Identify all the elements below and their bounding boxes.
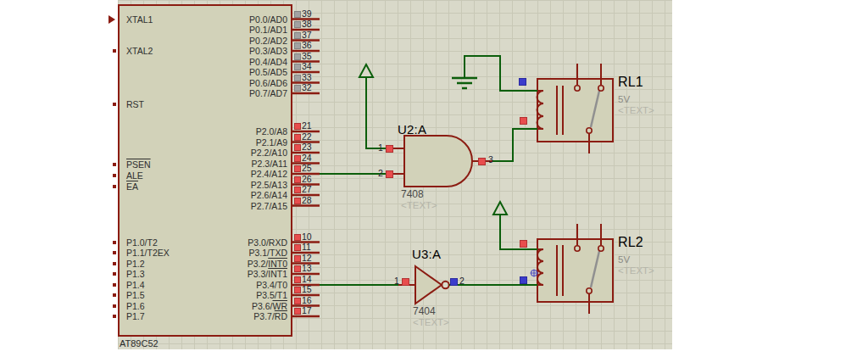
pin-number: 13 bbox=[302, 264, 312, 273]
gate-pin-number: 3 bbox=[488, 155, 493, 165]
pin-number: 12 bbox=[302, 254, 312, 263]
pin-marker[interactable] bbox=[113, 241, 116, 244]
pin-state-indicator bbox=[294, 198, 301, 204]
pin-number: 25 bbox=[302, 164, 312, 173]
wire-ground-to-rl1-coil bbox=[465, 56, 537, 91]
gate-pin-number: 2 bbox=[459, 276, 465, 286]
pin-state-indicator bbox=[294, 85, 301, 92]
chip-pin-name: P3.0/RXD bbox=[248, 237, 287, 248]
gate-u2a-text-placeholder[interactable]: <TEXT> bbox=[401, 200, 437, 210]
pin-marker[interactable] bbox=[113, 262, 116, 265]
chip-pin-name: P3.4/T0 bbox=[256, 280, 287, 290]
chip-pin-name: P0.0/AD0 bbox=[249, 14, 287, 25]
pin-number: 27 bbox=[302, 185, 312, 194]
pin-marker[interactable] bbox=[113, 283, 116, 287]
pin-state-indicator bbox=[294, 176, 301, 183]
pin-state-indicator bbox=[450, 278, 458, 286]
relay-rl2-voltage-label[interactable]: 5V bbox=[618, 254, 630, 265]
pin-marker[interactable] bbox=[113, 251, 116, 254]
pin-marker[interactable] bbox=[113, 185, 116, 188]
power-terminal-1[interactable] bbox=[359, 64, 373, 77]
pin-state-indicator bbox=[294, 308, 301, 315]
gate-u2a-ref-label[interactable]: U2:A bbox=[398, 122, 426, 137]
chip-pin-label-xtal2: XTAL2 bbox=[126, 46, 153, 56]
chip-pin-name: P2.6/A14 bbox=[251, 190, 287, 200]
gate-u3a-part-label[interactable]: 7404 bbox=[413, 305, 436, 317]
chip-part-label: AT89C52 bbox=[120, 338, 159, 349]
pin-state-indicator bbox=[294, 255, 301, 262]
pin-state-indicator bbox=[294, 155, 301, 162]
pin-number: 38 bbox=[302, 20, 312, 29]
pin-number: 34 bbox=[302, 62, 312, 71]
pin-state-indicator bbox=[294, 144, 301, 151]
chip-pin-name: P0.6/AD6 bbox=[249, 78, 287, 88]
pin-number: 39 bbox=[302, 9, 312, 19]
pin-marker[interactable] bbox=[113, 304, 116, 308]
gate-u3a-ref-label[interactable]: U3:A bbox=[412, 247, 441, 261]
chip-pin-name: P2.5/A13 bbox=[251, 180, 287, 190]
chip-pin-label-rst: RST bbox=[126, 99, 144, 109]
pin-number: 10 bbox=[302, 232, 312, 242]
relay-rl2-ref-label[interactable]: RL2 bbox=[618, 235, 643, 250]
pin-state-indicator bbox=[294, 75, 301, 81]
pin-number: 22 bbox=[302, 132, 312, 142]
pin-state-indicator bbox=[294, 53, 301, 60]
pin-state-indicator bbox=[294, 265, 301, 272]
pin-marker[interactable] bbox=[113, 315, 116, 318]
pin-marker[interactable] bbox=[113, 103, 116, 106]
pin-number: 21 bbox=[302, 121, 312, 131]
pin-marker[interactable] bbox=[113, 163, 116, 166]
pin-state-indicator bbox=[294, 298, 301, 304]
pin-number: 24 bbox=[302, 153, 312, 163]
pin-state-indicator bbox=[520, 276, 527, 284]
gate-u3a-text-placeholder[interactable]: <TEXT> bbox=[413, 317, 449, 327]
pin-number: 17 bbox=[302, 306, 312, 315]
wire-and-out-to-rl1-coil bbox=[492, 129, 537, 161]
relay-rl1-voltage-label[interactable]: 5V bbox=[618, 94, 630, 104]
pin-marker[interactable] bbox=[113, 49, 116, 53]
pin-number: 28 bbox=[302, 196, 312, 205]
chip-pin-name: P2.7/A15 bbox=[251, 201, 287, 211]
inverter-bubble bbox=[442, 282, 448, 288]
chip-pin-name: P0.3/AD3 bbox=[249, 46, 287, 56]
pin-state-indicator bbox=[294, 64, 301, 70]
relay-rl1[interactable] bbox=[537, 64, 613, 153]
pin-number: 15 bbox=[302, 285, 312, 294]
pin-state-indicator bbox=[294, 134, 301, 141]
relay-rl2-text-placeholder[interactable]: <TEXT> bbox=[618, 265, 654, 276]
chip-pin-name: P3.3/INT1 bbox=[248, 269, 287, 279]
pin-state-indicator bbox=[294, 234, 301, 241]
and-gate-u2a[interactable] bbox=[390, 136, 492, 187]
pin-number: 36 bbox=[302, 41, 312, 50]
pin-number: 35 bbox=[302, 52, 312, 61]
pin-state-indicator bbox=[294, 276, 301, 283]
relay-rl2[interactable] bbox=[531, 224, 614, 314]
pin-number: 16 bbox=[302, 296, 312, 305]
chip-pin-name: P3.1/TXD bbox=[248, 248, 287, 258]
relay-rl1-ref-label[interactable]: RL1 bbox=[618, 75, 643, 90]
pin-state-indicator bbox=[294, 165, 301, 172]
chip-pin-label-p12: P1.2 bbox=[126, 259, 145, 269]
chip-pin-name: P0.7/AD7 bbox=[249, 88, 287, 98]
pin-state-indicator bbox=[294, 287, 301, 293]
wire-vcc-to-rl2-coil bbox=[500, 215, 537, 249]
chip-pin-label-ale: ALE bbox=[126, 170, 143, 181]
pin-marker[interactable] bbox=[113, 272, 116, 276]
chip-pin-name: P3.2/INT0 bbox=[248, 259, 287, 269]
chip-pin-name: P0.5/AD5 bbox=[249, 67, 287, 77]
chip-pin-label-ea: EA bbox=[126, 181, 138, 192]
pin-marker[interactable] bbox=[113, 174, 116, 177]
xtal1-pin-marker-icon[interactable] bbox=[108, 15, 115, 24]
power-arrow-icon bbox=[493, 202, 507, 215]
pin-state-indicator bbox=[520, 117, 527, 125]
chip-pin-name: P0.4/AD4 bbox=[249, 57, 287, 67]
chip-pin-name: P0.1/AD1 bbox=[249, 25, 287, 35]
pin-state-indicator bbox=[294, 11, 301, 18]
gate-u2a-part-label[interactable]: 7408 bbox=[401, 188, 424, 200]
pin-number: 32 bbox=[302, 83, 312, 92]
pin-state-indicator bbox=[386, 170, 393, 178]
power-terminal-2[interactable] bbox=[493, 202, 507, 215]
relay-rl1-text-placeholder[interactable]: <TEXT> bbox=[618, 105, 654, 115]
ground-terminal[interactable] bbox=[452, 78, 477, 88]
pin-marker[interactable] bbox=[113, 293, 116, 297]
